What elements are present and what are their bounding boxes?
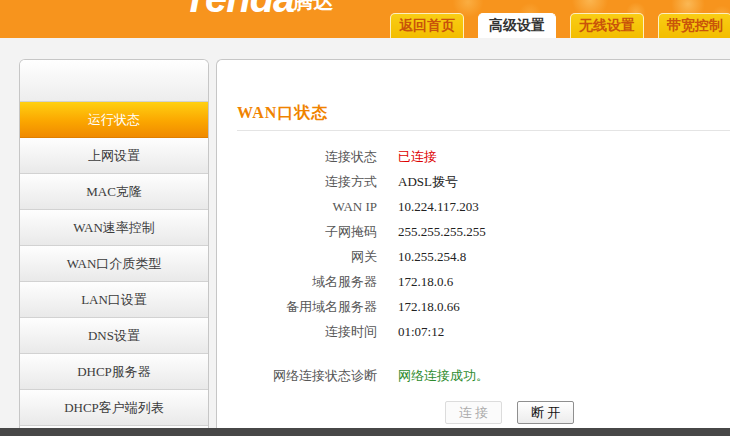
status-rows: 连接状态 已连接 连接方式 ADSL拨号 WAN IP 10.224.117.2… (217, 144, 730, 388)
sidebar-menu: 运行状态 上网设置 MAC克隆 WAN速率控制 WAN口介质类型 LAN口设置 … (19, 59, 209, 436)
row-label: 连接状态 (217, 144, 377, 169)
row-value: 172.18.0.6 (398, 269, 453, 294)
row-label: 连接时间 (217, 319, 377, 344)
row-label: 备用域名服务器 (217, 294, 377, 319)
row-value: 172.18.0.66 (398, 294, 460, 319)
row-value: 网络连接成功。 (398, 363, 489, 388)
sidebar-item[interactable]: 上网设置 (20, 138, 208, 174)
tenda-logo-cn: 腾达 (293, 0, 333, 15)
row-label: WAN IP (217, 194, 377, 219)
row-label: 连接方式 (217, 169, 377, 194)
row-label: 子网掩码 (217, 219, 377, 244)
app-header: Tenda 腾达 返回首页 高级设置 无线设置 带宽控制 (0, 0, 730, 38)
status-row: WAN IP 10.224.117.203 (217, 194, 730, 219)
sidebar-item[interactable]: MAC克隆 (20, 174, 208, 210)
row-value: 01:07:12 (398, 319, 444, 344)
sidebar-item[interactable]: 运行状态 (20, 102, 208, 138)
nav-tab[interactable]: 带宽控制 (658, 13, 730, 38)
sidebar-item[interactable]: DNS设置 (20, 318, 208, 354)
status-row: 备用域名服务器 172.18.0.66 (217, 294, 730, 319)
status-row: 域名服务器 172.18.0.6 (217, 269, 730, 294)
page-title: WAN口状态 (237, 103, 730, 124)
nav-tab[interactable]: 无线设置 (570, 13, 644, 38)
status-row: 网关 10.255.254.8 (217, 244, 730, 269)
status-row: 网络连接状态诊断 网络连接成功。 (217, 363, 730, 388)
status-row: 子网掩码 255.255.255.255 (217, 219, 730, 244)
taskbar-strip (0, 428, 730, 436)
wan-status-panel: WAN口状态 连接状态 已连接 连接方式 ADSL拨号 WAN IP 10.22… (216, 59, 730, 436)
top-nav-tabs: 返回首页 高级设置 无线设置 带宽控制 (390, 13, 730, 38)
sidebar-item[interactable]: WAN速率控制 (20, 210, 208, 246)
row-value: 10.255.254.8 (398, 244, 466, 269)
sidebar-item[interactable]: LAN口设置 (20, 282, 208, 318)
action-buttons: 连 接 断 开 (445, 401, 574, 424)
status-row: 连接状态 已连接 (217, 144, 730, 169)
title-divider (237, 130, 730, 131)
sidebar-item[interactable]: WAN口介质类型 (20, 246, 208, 282)
nav-tab[interactable]: 返回首页 (390, 13, 464, 38)
row-label: 网关 (217, 244, 377, 269)
row-value: ADSL拨号 (398, 169, 458, 194)
tenda-logo: Tenda (183, 0, 294, 21)
nav-tab[interactable]: 高级设置 (478, 13, 556, 38)
row-value: 已连接 (398, 144, 437, 169)
sidebar-item[interactable]: DHCP服务器 (20, 354, 208, 390)
row-label: 网络连接状态诊断 (217, 363, 377, 388)
status-row: 连接方式 ADSL拨号 (217, 169, 730, 194)
row-value: 255.255.255.255 (398, 219, 486, 244)
row-label: 域名服务器 (217, 269, 377, 294)
disconnect-button[interactable]: 断 开 (517, 401, 574, 424)
router-admin-page: Tenda 腾达 返回首页 高级设置 无线设置 带宽控制 运行状态 上网设置 M… (0, 0, 730, 436)
status-row: 连接时间 01:07:12 (217, 319, 730, 344)
sidebar-item[interactable]: DHCP客户端列表 (20, 390, 208, 426)
connect-button: 连 接 (445, 401, 502, 424)
row-value: 10.224.117.203 (398, 194, 479, 219)
sidebar-header (20, 60, 208, 102)
